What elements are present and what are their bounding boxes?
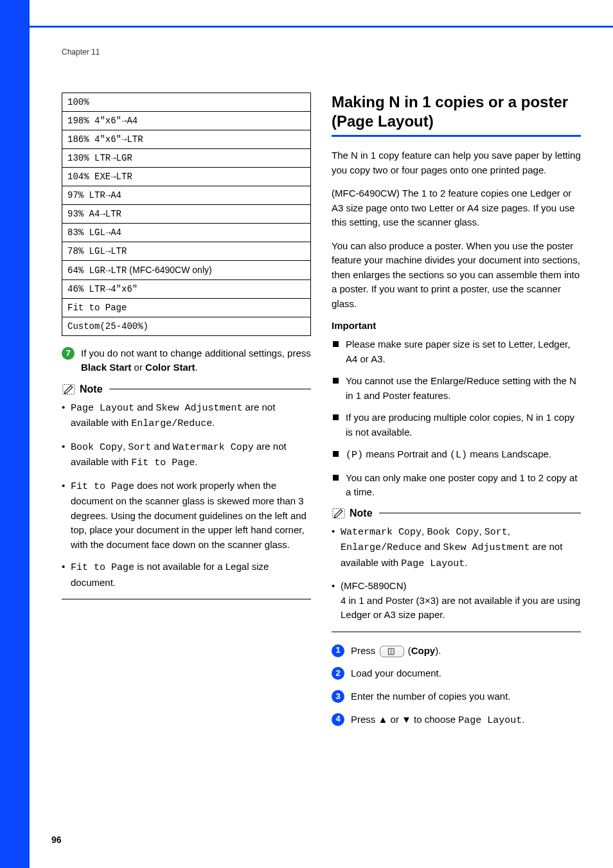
ratio-cell: 198% 4"x6"→A4: [62, 112, 311, 130]
important-item: You cannot use the Enlarge/Reduce settin…: [332, 374, 581, 403]
step-7-black-start: Black Start: [81, 362, 131, 373]
note-bottom-rule: [332, 632, 581, 632]
note-item: Book Copy, Sort and Watermark Copy are n…: [62, 439, 311, 471]
chapter-label: Chapter 11: [62, 48, 581, 57]
copy-label: Copy: [411, 645, 436, 656]
important-item: Please make sure paper size is set to Le…: [332, 337, 581, 366]
ratio-cell: Custom(25-400%): [62, 317, 311, 336]
note-block-right: Note Watermark Copy, Book Copy, Sort, En…: [332, 508, 581, 632]
down-arrow-icon: ▼: [402, 714, 411, 725]
ratio-cell: 83% LGL→A4: [62, 224, 311, 242]
section-heading: Making N in 1 copies or a poster (Page L…: [332, 93, 581, 131]
step-1: 1 Press (Copy).: [332, 644, 581, 658]
step-7-badge: 7: [62, 347, 75, 360]
ratio-cell: Fit to Page: [62, 299, 311, 317]
note-label-left: Note: [80, 384, 103, 395]
page-number: 96: [51, 835, 62, 845]
para-1: The N in 1 copy feature can help you sav…: [332, 148, 581, 177]
ratio-cell: 130% LTR→LGR: [62, 149, 311, 168]
step-4: 4 Press ▲ or ▼ to choose Page Layout.: [332, 713, 581, 728]
ratio-cell: 64% LGR→LTR (MFC-6490CW only): [62, 261, 311, 280]
important-list: Please make sure paper size is set to Le…: [332, 337, 581, 500]
note-bottom-rule: [62, 599, 311, 599]
note-block-left: Note Page Layout and Skew Adjustment are…: [62, 384, 311, 600]
page-layout-option: Page Layout: [458, 715, 522, 726]
note-rule: [109, 389, 311, 389]
pencil-note-icon: [62, 384, 76, 395]
note-item: Watermark Copy, Book Copy, Sort, Enlarge…: [332, 524, 581, 572]
para-2: (MFC-6490CW) The 1 to 2 feature copies o…: [332, 186, 581, 230]
ratio-cell: 97% LTR→A4: [62, 186, 311, 205]
ratio-cell: 186% 4"x6"→LTR: [62, 130, 311, 149]
step-4-badge: 4: [332, 713, 344, 726]
section-underline: [332, 135, 581, 137]
up-arrow-icon: ▲: [378, 714, 388, 725]
note-label-right: Note: [350, 508, 373, 519]
ratio-cell: 46% LTR→4"x6": [62, 280, 311, 299]
ratio-cell: 78% LGL→LTR: [62, 242, 311, 261]
top-rule: [30, 26, 613, 28]
para-3: You can also produce a poster. When you …: [332, 239, 581, 312]
important-item: You can only make one poster copy and 1 …: [332, 471, 581, 500]
step-7-text: If you do not want to change additional …: [81, 348, 311, 359]
important-heading: Important: [332, 320, 581, 331]
note-item: Page Layout and Skew Adjustment are not …: [62, 400, 311, 432]
step-2-badge: 2: [332, 667, 344, 680]
ratio-cell: 104% EXE→LTR: [62, 168, 311, 186]
step-2-text: Load your document.: [351, 666, 581, 680]
note-item: (MFC-5890CN) 4 in 1 and Poster (3×3) are…: [332, 579, 581, 623]
ratio-cell: 93% A4→LTR: [62, 205, 311, 224]
step-3-badge: 3: [332, 690, 344, 703]
right-column: Making N in 1 copies or a poster (Page L…: [332, 93, 581, 737]
step-7-color-start: Color Start: [145, 362, 195, 373]
step-1-badge: 1: [332, 644, 344, 657]
step-7: 7 If you do not want to change additiona…: [62, 346, 311, 375]
copy-key-icon: [380, 646, 404, 657]
step-2: 2 Load your document.: [332, 666, 581, 680]
step-3-text: Enter the number of copies you want.: [351, 689, 581, 704]
pencil-note-icon: [332, 508, 346, 519]
note-item: Fit to Page is not available for a Legal…: [62, 560, 311, 590]
important-item: If you are producing multiple color copi…: [332, 411, 581, 439]
ratio-table: 100%198% 4"x6"→A4186% 4"x6"→LTR130% LTR→…: [62, 93, 311, 336]
ratio-cell: 100%: [62, 93, 311, 112]
note-item: Fit to Page does not work properly when …: [62, 479, 311, 553]
note-rule: [379, 513, 581, 513]
left-column: 100%198% 4"x6"→A4186% 4"x6"→LTR130% LTR→…: [62, 93, 311, 737]
step-3: 3 Enter the number of copies you want.: [332, 689, 581, 704]
important-item: (P) means Portrait and (L) means Landsca…: [332, 447, 581, 463]
